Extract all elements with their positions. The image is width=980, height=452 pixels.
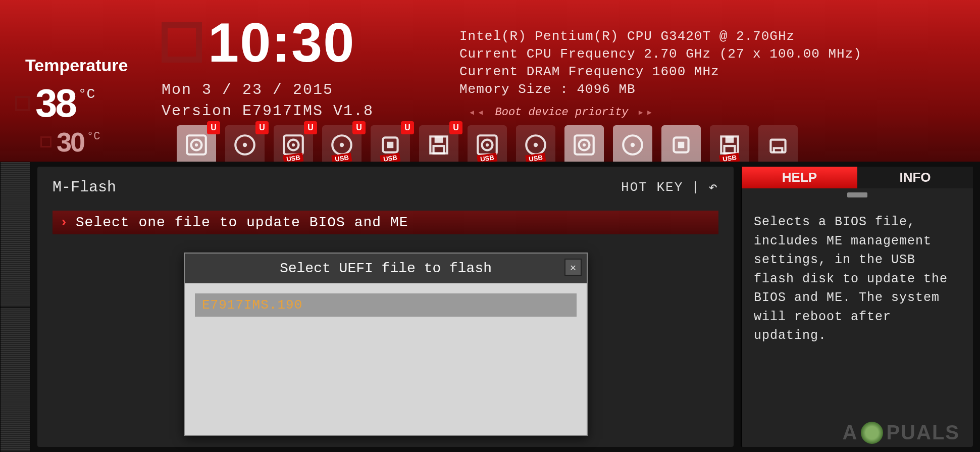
boot-device-hdd[interactable]: U — [177, 125, 216, 165]
back-icon[interactable]: ↶ — [708, 178, 718, 196]
svg-rect-26 — [678, 142, 685, 148]
clock-time: 10:30 — [208, 10, 355, 74]
close-button[interactable]: ✕ — [564, 259, 582, 276]
menu-item-label: Select one file to update BIOS and ME — [76, 215, 408, 230]
help-text: Selects a BIOS file, includes ME managem… — [742, 202, 973, 357]
temperature-block: Temperature 38 °C 30 °C — [10, 10, 162, 162]
boot-device-network[interactable] — [758, 125, 798, 165]
boot-devices-strip[interactable]: UUUUSBUUSBUUSBUUSBUSBUSB — [177, 125, 970, 165]
modal-header: Select UEFI file to flash ✕ — [185, 254, 587, 283]
chevron-left-icon[interactable]: ◂◂ — [469, 106, 486, 119]
svg-point-19 — [534, 143, 538, 147]
boot-priority-header: ◂◂ Boot device priority ▸▸ — [459, 106, 970, 119]
temp-box-icon — [15, 96, 30, 111]
svg-rect-29 — [725, 146, 735, 154]
boot-device-optical[interactable]: U — [225, 125, 265, 165]
svg-point-24 — [631, 143, 635, 147]
temperature-secondary: 30 — [57, 126, 84, 158]
modal-title: Select UEFI file to flash — [280, 261, 492, 276]
grip-icon[interactable] — [847, 192, 867, 197]
temperature-secondary-unit: °C — [87, 130, 100, 143]
boot-device-optical[interactable]: USB — [516, 125, 555, 165]
tab-help[interactable]: HELP — [742, 167, 857, 188]
page-title: M-Flash — [53, 179, 116, 196]
close-icon: ✕ — [570, 261, 576, 274]
boot-device-floppy[interactable]: USB — [710, 125, 749, 165]
modal-body: E7917IMS.190 — [185, 283, 587, 435]
boot-device-floppy[interactable]: U — [419, 125, 458, 165]
memory-size: Memory Size : 4096 MB — [459, 82, 636, 97]
hotkey-label[interactable]: HOT KEY — [621, 180, 683, 195]
temperature-label: Temperature — [25, 56, 162, 75]
rail-tab[interactable] — [0, 307, 30, 453]
svg-rect-28 — [726, 137, 734, 143]
boot-device-hdd[interactable] — [564, 125, 604, 165]
header-bar: Temperature 38 °C 30 °C 10:30 Mon 3 / 23… — [0, 0, 980, 162]
rail-tab[interactable] — [0, 162, 30, 307]
svg-rect-13 — [435, 137, 443, 143]
file-select-modal: Select UEFI file to flash ✕ E7917IMS.190 — [184, 253, 588, 436]
temp-box-icon — [40, 136, 51, 147]
boot-device-hdd[interactable]: USB — [468, 125, 507, 165]
divider: | — [691, 180, 700, 195]
boot-device-optical[interactable] — [613, 125, 652, 165]
temperature-primary: 38 — [35, 80, 75, 126]
cpu-frequency: Current CPU Frequency 2.70 GHz (27 x 100… — [459, 46, 862, 62]
uefi-badge-icon: U — [401, 121, 414, 134]
svg-rect-11 — [387, 142, 394, 148]
svg-point-2 — [195, 143, 198, 146]
boot-device-hdd[interactable]: UUSB — [274, 125, 313, 165]
chevron-right-icon[interactable]: ▸▸ — [638, 106, 655, 119]
tab-info[interactable]: INFO — [857, 167, 973, 188]
system-info-block: Intel(R) Pentium(R) CPU G3420T @ 2.70GHz… — [444, 10, 970, 162]
file-row[interactable]: E7917IMS.190 — [195, 293, 577, 317]
bios-version: Version E7917IMS V1.8 — [162, 101, 444, 122]
svg-point-4 — [243, 143, 247, 147]
clock-box-icon — [162, 22, 202, 63]
boot-priority-label: Boot device priority — [495, 106, 629, 119]
svg-point-17 — [486, 143, 489, 146]
logo-head-icon — [861, 422, 883, 444]
svg-point-9 — [340, 143, 344, 147]
uefi-badge-icon: U — [352, 121, 366, 134]
uefi-badge-icon: U — [304, 121, 317, 134]
svg-rect-14 — [434, 146, 444, 154]
boot-device-chip[interactable]: UUSB — [371, 125, 410, 165]
menu-item-select-file[interactable]: › Select one file to update BIOS and ME — [53, 211, 718, 234]
watermark: APUALS — [843, 421, 960, 444]
clock-date: Mon 3 / 23 / 2015 — [162, 79, 444, 101]
left-rail — [0, 162, 30, 452]
main-content: M-Flash HOT KEY | ↶ › Select one file to… — [37, 167, 734, 447]
svg-point-7 — [292, 143, 295, 146]
svg-point-22 — [583, 143, 586, 146]
uefi-badge-icon: U — [449, 121, 462, 134]
boot-device-optical[interactable]: UUSB — [322, 125, 362, 165]
chevron-right-icon: › — [60, 215, 69, 230]
boot-device-chip[interactable] — [661, 125, 701, 165]
temperature-primary-unit: °C — [78, 86, 95, 102]
cpu-model: Intel(R) Pentium(R) CPU G3420T @ 2.70GHz — [459, 29, 795, 44]
side-panel: HELP INFO Selects a BIOS file, includes … — [741, 167, 973, 447]
uefi-badge-icon: U — [255, 121, 269, 134]
uefi-badge-icon: U — [207, 121, 220, 134]
dram-frequency: Current DRAM Frequency 1600 MHz — [459, 64, 719, 79]
